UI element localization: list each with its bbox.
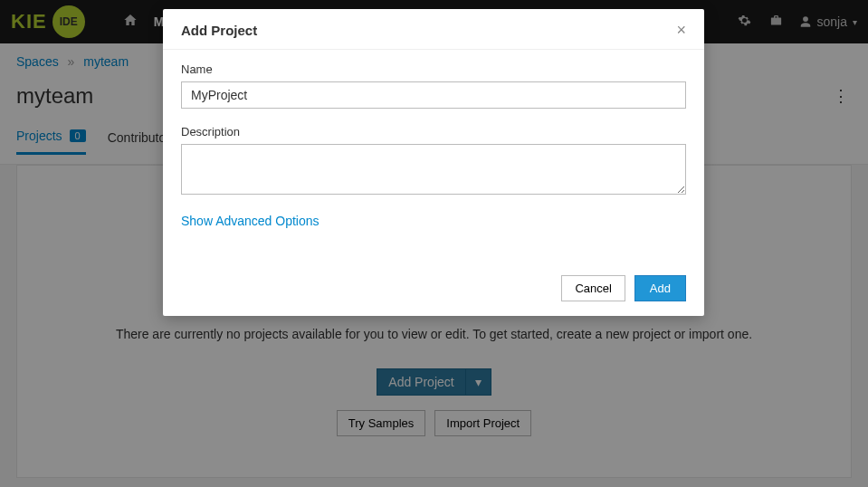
add-project-modal: Add Project × Name Description Show Adva… xyxy=(163,9,704,316)
name-label: Name xyxy=(181,62,686,76)
modal-title: Add Project xyxy=(181,23,676,38)
name-input[interactable] xyxy=(181,81,686,109)
cancel-button[interactable]: Cancel xyxy=(561,275,625,301)
show-advanced-link[interactable]: Show Advanced Options xyxy=(181,214,686,228)
description-input[interactable] xyxy=(181,144,686,195)
close-icon[interactable]: × xyxy=(676,22,686,38)
add-button[interactable]: Add xyxy=(634,275,686,301)
description-label: Description xyxy=(181,125,686,138)
